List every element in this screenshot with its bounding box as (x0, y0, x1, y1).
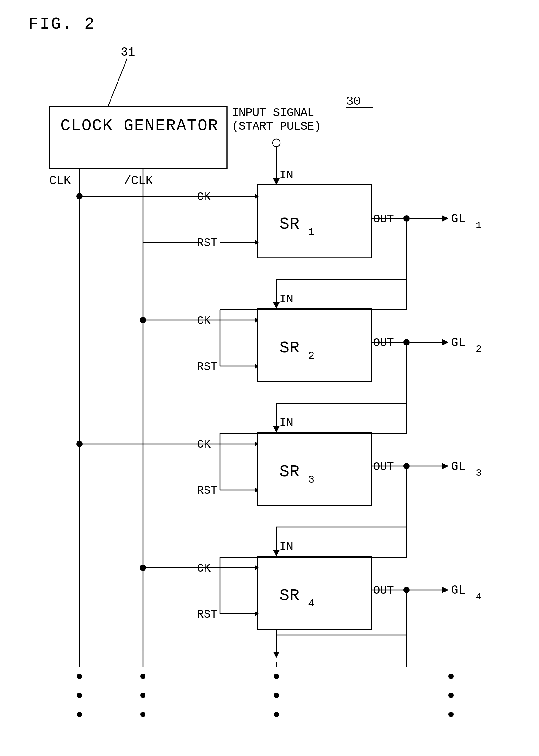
dot-clk-1 (77, 674, 82, 679)
sr3-subscript: 3 (308, 474, 314, 486)
ck-arrow-sr1 (255, 194, 259, 199)
rst-arrow-sr1 (255, 240, 259, 245)
in-label-sr3: IN (279, 417, 293, 430)
ref31-label: 31 (121, 45, 135, 59)
out-label-sr1: OUT (373, 213, 394, 226)
ck-arrow-sr2 (255, 317, 259, 323)
ck-label-sr4: CK (197, 562, 211, 575)
gl1-subscript: 1 (476, 220, 482, 231)
dot-nclk-3 (140, 712, 145, 717)
clk-label: CLK (49, 174, 71, 188)
arrow-in-sr1 (273, 178, 279, 185)
sr1-subscript: 1 (308, 226, 314, 238)
clock-generator-text-line1: CLOCK GENERATOR (60, 116, 218, 135)
dot-gl-1 (448, 674, 454, 679)
gl3-subscript: 3 (476, 468, 482, 478)
page: FIG. 2 31 30 CLOCK GENERATOR CLK /CLK IN… (0, 0, 539, 756)
sr2-subscript: 2 (308, 350, 314, 362)
clock-generator-box (49, 106, 227, 168)
dot-clk-3 (77, 712, 82, 717)
ck-label-sr2: CK (197, 314, 211, 327)
out-label-sr4: OUT (373, 584, 394, 597)
sr3-text: SR (279, 463, 299, 481)
arrow-in-sr3 (273, 426, 279, 433)
sr4-subscript: 4 (308, 597, 314, 610)
dot-nclk-1 (140, 674, 145, 679)
gl3-label: GL (451, 460, 466, 473)
rst-arrow-sr2 (255, 364, 259, 369)
dot-sr-2 (274, 693, 279, 698)
ck-arrow-sr4 (255, 565, 259, 571)
rst-arrow-sr3 (255, 487, 259, 493)
gl4-subscript: 4 (476, 591, 482, 602)
gl4-label: GL (451, 584, 466, 597)
ck-label-sr1: CK (197, 190, 211, 204)
rst-label-sr1: RST (197, 237, 218, 249)
sr3-box (257, 433, 372, 506)
rst-label-sr4: RST (197, 608, 218, 621)
nclk-label: /CLK (124, 174, 153, 188)
arrow-in-sr2 (273, 302, 279, 309)
in-label-sr4: IN (279, 540, 293, 553)
rst-arrow-sr4 (255, 611, 259, 617)
gl2-subscript: 2 (476, 344, 482, 355)
ck-label-sr3: CK (197, 438, 211, 451)
dot-nclk-2 (140, 693, 145, 698)
circuit-diagram: FIG. 2 31 30 CLOCK GENERATOR CLK /CLK IN… (0, 0, 539, 756)
in-label-sr2: IN (279, 293, 293, 306)
sr2-text: SR (279, 339, 299, 358)
sr4-text: SR (279, 586, 299, 605)
sr4-box (257, 556, 372, 629)
dot-gl-3 (448, 712, 454, 717)
dot-sr-1 (274, 674, 279, 679)
svg-line-0 (108, 59, 127, 106)
input-signal-circle (272, 139, 280, 147)
input-signal-label: INPUT SIGNAL (232, 106, 314, 119)
out-arrow-sr3 (442, 463, 448, 469)
out-arrow-sr2 (442, 339, 448, 345)
sr1-box (257, 185, 372, 258)
out-label-sr2: OUT (373, 337, 394, 350)
out-arrow-sr1 (442, 215, 448, 222)
out-arrow-continue (273, 652, 279, 658)
fig-title: FIG. 2 (29, 15, 96, 34)
out-arrow-sr4 (442, 587, 448, 593)
arrow-in-sr4 (273, 550, 279, 556)
sr2-box (257, 309, 372, 382)
dot-gl-2 (448, 693, 454, 698)
gl1-label: GL (451, 212, 466, 226)
start-pulse-label: (START PULSE) (232, 120, 321, 133)
rst-label-sr2: RST (197, 360, 218, 374)
out-label-sr3: OUT (373, 460, 394, 473)
rst-label-sr3: RST (197, 484, 218, 497)
dot-sr-3 (274, 712, 279, 717)
dot-clk-2 (77, 693, 82, 698)
sr1-text: SR (279, 215, 299, 234)
gl2-label: GL (451, 336, 466, 350)
in-label-sr1: IN (279, 169, 293, 182)
ck-arrow-sr3 (255, 441, 259, 447)
ref30-label: 30 (346, 95, 361, 108)
